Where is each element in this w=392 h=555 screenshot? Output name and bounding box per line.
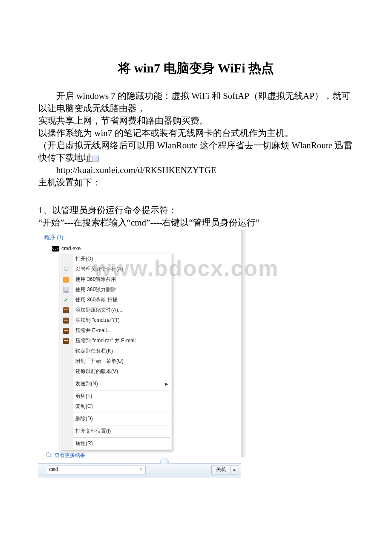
submenu-arrow-icon: ▶ <box>165 382 168 386</box>
menu-properties[interactable]: 属性(R) <box>73 439 171 449</box>
text: （开启虚拟无线网络后可以用 WlanRoute 这个程序省去一切麻烦 <box>38 140 289 150</box>
menu-separator <box>73 390 170 390</box>
paragraph: 主机设置如下： <box>38 176 354 189</box>
menu-label: 以管理员身份运行(A) <box>73 266 168 273</box>
menu-delete[interactable]: 删除(D) <box>73 414 171 424</box>
menu-cut[interactable]: 剪切(T) <box>73 391 171 402</box>
menu-zip-email[interactable]: 压缩并 E-mail... <box>73 326 171 336</box>
menu-label: 使用 360杀毒 扫描 <box>73 296 168 304</box>
shadow-decoration <box>241 230 247 457</box>
context-menu: 打开(O) 🛡 以管理员身份运行(A) 使用 360解除占用 使用 360强力删… <box>60 253 172 450</box>
menu-pin-start[interactable]: 附到「开始」菜单(U) <box>73 356 171 367</box>
menu-restore-version[interactable]: 还原以前的版本(V) <box>73 367 171 377</box>
paragraph-url: http://kuai.xunlei.com/d/RKSHKENZYTGE <box>38 164 354 176</box>
menu-add-archive[interactable]: 添加到压缩文件(A)... <box>73 305 171 315</box>
rar-icon <box>63 327 69 334</box>
menu-label: 删除(D) <box>73 415 168 422</box>
menu-label: 锁定到任务栏(K) <box>73 347 168 355</box>
shutdown-label: 关机 <box>216 466 226 473</box>
cmd-icon: C:\ <box>52 246 59 251</box>
search-icon <box>46 452 52 458</box>
menu-run-as-admin[interactable]: 🛡 以管理员身份运行(A) <box>73 264 171 275</box>
menu-360-force-delete[interactable]: 使用 360强力删除 <box>73 285 171 295</box>
shutdown-menu-button[interactable]: ▸ <box>231 465 239 474</box>
shutdown-split-button: 关机 ▸ <box>211 465 239 474</box>
search-value: cmd <box>49 467 58 473</box>
menu-open-location[interactable]: 打开文件位置(I) <box>73 426 171 436</box>
menu-separator <box>73 378 170 378</box>
search-results-header: 程序 (1) <box>43 232 236 244</box>
inline-image-icon <box>92 156 99 162</box>
menu-label: 添加到 "cmd.rar"(T) <box>73 317 168 324</box>
paragraph: 实现共享上网，节省网费和路由器购买费。 <box>38 115 354 127</box>
antivirus-icon: ✔ <box>63 297 69 304</box>
page-title: 将 win7 电脑变身 WiFi 热点 <box>38 60 354 77</box>
menu-copy[interactable]: 复制(C) <box>73 402 171 412</box>
paragraph: 以操作系统为 win7 的笔记本或装有无线网卡的台式机作为主机。 <box>38 127 354 139</box>
menu-zip-cmd-email[interactable]: 压缩到 "cmd.rar" 并 E-mail <box>73 336 171 346</box>
see-more-label: 查看更多结果 <box>55 452 85 459</box>
search-result-label: cmd.exe <box>61 246 236 252</box>
start-search-input[interactable]: cmd × <box>47 465 146 474</box>
clear-icon[interactable]: × <box>140 467 143 473</box>
menu-separator <box>73 425 170 425</box>
menu-separator <box>73 413 170 413</box>
article-body: 开启 windows 7 的隐藏功能：虚拟 WiFi 和 SoftAP（即虚拟无… <box>38 90 354 229</box>
rar-icon <box>63 338 69 344</box>
rar-icon <box>63 307 69 314</box>
menu-add-cmd-rar[interactable]: 添加到 "cmd.rar"(T) <box>73 315 171 326</box>
menu-label: 附到「开始」菜单(U) <box>73 358 168 365</box>
paragraph: 开启 windows 7 的隐藏功能：虚拟 WiFi 和 SoftAP（即虚拟无… <box>38 90 354 115</box>
menu-label: 使用 360强力删除 <box>73 286 168 293</box>
shutdown-button[interactable]: 关机 <box>211 465 231 474</box>
startmenu-screenshot: 程序 (1) C:\ cmd.exe 打开(O) 🛡 以管理员身份运行(A) <box>38 230 241 477</box>
shield-icon: 🛡 <box>63 266 69 273</box>
menu-label: 压缩到 "cmd.rar" 并 E-mail <box>73 337 168 344</box>
menu-label: 剪切(T) <box>73 393 168 400</box>
paragraph: “开始”---在搜索栏输入“cmd”----右键以“管理员身份运行” <box>38 217 354 229</box>
menu-360-unlock[interactable]: 使用 360解除占用 <box>73 275 171 285</box>
menu-label: 发送到(N) <box>73 380 165 387</box>
menu-open[interactable]: 打开(O) <box>73 254 171 264</box>
menu-label: 添加到压缩文件(A)... <box>73 306 168 314</box>
menu-label: 压缩并 E-mail... <box>73 327 168 334</box>
search-result-cmd[interactable]: C:\ cmd.exe <box>43 245 236 253</box>
menu-separator <box>73 437 170 438</box>
menu-pin-taskbar[interactable]: 锁定到任务栏(K) <box>73 346 171 356</box>
start-bottom-bar: cmd × 关机 ▸ <box>38 463 241 477</box>
square-icon <box>63 276 69 283</box>
menu-send-to[interactable]: 发送到(N) ▶ <box>73 379 171 389</box>
chevron-right-icon: ▸ <box>233 467 236 473</box>
menu-label: 打开(O) <box>73 255 168 263</box>
rar-icon <box>63 317 69 324</box>
menu-label: 打开文件位置(I) <box>73 428 168 435</box>
step-heading: 1、以管理员身份运行命令提示符： <box>38 204 354 217</box>
menu-360-scan[interactable]: ✔ 使用 360杀毒 扫描 <box>73 295 171 305</box>
paragraph: （开启虚拟无线网络后可以用 WlanRoute 这个程序省去一切麻烦 WlanR… <box>38 139 354 164</box>
shredder-icon <box>63 286 69 293</box>
menu-label: 还原以前的版本(V) <box>73 368 168 375</box>
menu-label: 属性(R) <box>73 440 168 447</box>
menu-label: 使用 360解除占用 <box>73 276 168 283</box>
menu-label: 复制(C) <box>73 403 168 410</box>
